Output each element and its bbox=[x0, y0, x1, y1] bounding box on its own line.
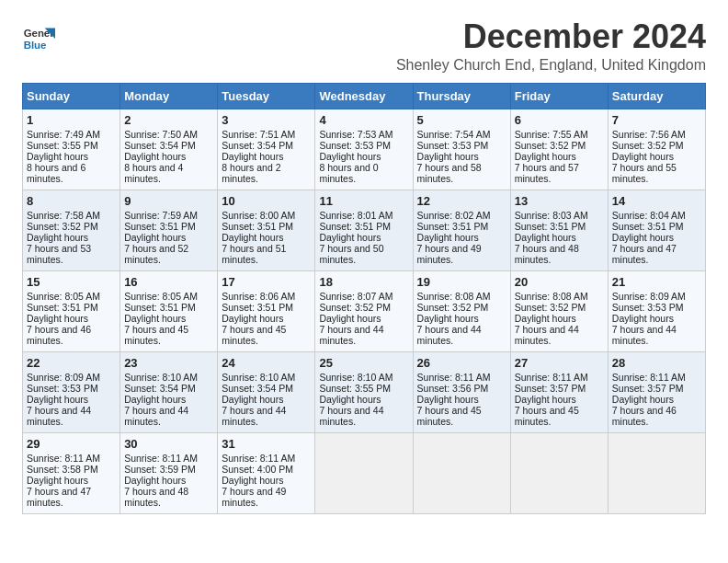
day-cell: 20Sunrise: 8:08 AMSunset: 3:52 PMDayligh… bbox=[510, 270, 608, 351]
day-cell: 13Sunrise: 8:03 AMSunset: 3:51 PMDayligh… bbox=[510, 190, 608, 270]
sunrise: Sunrise: 8:10 AM bbox=[124, 372, 198, 383]
day-number: 11 bbox=[319, 194, 408, 208]
daylight-label: Daylight hours bbox=[124, 475, 186, 486]
week-row-2: 8Sunrise: 7:58 AMSunset: 3:52 PMDaylight… bbox=[23, 190, 706, 270]
daylight-label: Daylight hours bbox=[515, 313, 576, 324]
day-number: 31 bbox=[222, 437, 311, 451]
day-number: 3 bbox=[222, 113, 311, 127]
daylight-label: Daylight hours bbox=[417, 151, 479, 162]
sunset: Sunset: 3:52 PM bbox=[417, 302, 489, 313]
day-cell: 25Sunrise: 8:10 AMSunset: 3:55 PMDayligh… bbox=[315, 351, 413, 432]
daylight-value: 8 hours and 6 minutes. bbox=[27, 162, 85, 184]
daylight-value: 7 hours and 44 minutes. bbox=[612, 324, 677, 346]
sunset: Sunset: 3:52 PM bbox=[515, 140, 586, 151]
day-number: 19 bbox=[417, 275, 506, 289]
sunset: Sunset: 3:57 PM bbox=[612, 383, 684, 394]
day-number: 2 bbox=[124, 113, 213, 127]
sunset: Sunset: 3:51 PM bbox=[417, 221, 489, 232]
sunset: Sunset: 3:51 PM bbox=[222, 221, 293, 232]
day-number: 13 bbox=[515, 194, 604, 208]
daylight-value: 7 hours and 46 minutes. bbox=[27, 324, 91, 346]
col-header-sunday: Sunday bbox=[23, 83, 120, 109]
daylight-value: 7 hours and 47 minutes. bbox=[27, 486, 91, 508]
sunrise: Sunrise: 8:02 AM bbox=[417, 210, 491, 221]
day-number: 25 bbox=[319, 356, 408, 370]
daylight-value: 7 hours and 55 minutes. bbox=[612, 162, 677, 184]
col-header-tuesday: Tuesday bbox=[218, 83, 315, 109]
day-number: 12 bbox=[417, 194, 506, 208]
daylight-value: 7 hours and 45 minutes. bbox=[222, 324, 286, 346]
day-cell: 17Sunrise: 8:06 AMSunset: 3:51 PMDayligh… bbox=[218, 270, 315, 351]
sunset: Sunset: 3:53 PM bbox=[319, 140, 391, 151]
sunset: Sunset: 3:51 PM bbox=[124, 302, 196, 313]
daylight-value: 7 hours and 57 minutes. bbox=[515, 162, 579, 184]
sunrise: Sunrise: 8:06 AM bbox=[222, 291, 295, 302]
daylight-label: Daylight hours bbox=[222, 475, 283, 486]
sunrise: Sunrise: 7:54 AM bbox=[417, 129, 491, 140]
day-cell: 19Sunrise: 8:08 AMSunset: 3:52 PMDayligh… bbox=[413, 270, 510, 351]
day-cell: 23Sunrise: 8:10 AMSunset: 3:54 PMDayligh… bbox=[120, 351, 218, 432]
daylight-label: Daylight hours bbox=[222, 394, 283, 405]
sunrise: Sunrise: 8:00 AM bbox=[222, 210, 295, 221]
day-cell: 29Sunrise: 8:11 AMSunset: 3:58 PMDayligh… bbox=[23, 432, 120, 513]
day-number: 27 bbox=[515, 356, 604, 370]
daylight-label: Daylight hours bbox=[124, 232, 186, 243]
day-number: 17 bbox=[222, 275, 311, 289]
sunset: Sunset: 3:51 PM bbox=[515, 221, 586, 232]
day-number: 24 bbox=[222, 356, 311, 370]
day-number: 18 bbox=[319, 275, 408, 289]
col-header-friday: Friday bbox=[510, 83, 608, 109]
week-row-3: 15Sunrise: 8:05 AMSunset: 3:51 PMDayligh… bbox=[23, 270, 706, 351]
day-cell: 12Sunrise: 8:02 AMSunset: 3:51 PMDayligh… bbox=[413, 190, 510, 270]
daylight-value: 7 hours and 44 minutes. bbox=[124, 405, 188, 427]
sunset: Sunset: 3:51 PM bbox=[222, 302, 293, 313]
sunset: Sunset: 3:52 PM bbox=[612, 140, 684, 151]
day-cell: 27Sunrise: 8:11 AMSunset: 3:57 PMDayligh… bbox=[510, 351, 608, 432]
day-number: 20 bbox=[515, 275, 604, 289]
sunset: Sunset: 3:57 PM bbox=[515, 383, 586, 394]
sunset: Sunset: 3:58 PM bbox=[27, 464, 98, 475]
sunset: Sunset: 3:55 PM bbox=[27, 140, 98, 151]
daylight-label: Daylight hours bbox=[27, 394, 88, 405]
sunrise: Sunrise: 7:49 AM bbox=[27, 129, 100, 140]
calendar-body: 1Sunrise: 7:49 AMSunset: 3:55 PMDaylight… bbox=[23, 109, 706, 513]
day-cell: 31Sunrise: 8:11 AMSunset: 4:00 PMDayligh… bbox=[218, 432, 315, 513]
daylight-value: 7 hours and 49 minutes. bbox=[222, 486, 286, 508]
daylight-label: Daylight hours bbox=[319, 232, 381, 243]
daylight-label: Daylight hours bbox=[222, 232, 283, 243]
sunrise: Sunrise: 8:09 AM bbox=[612, 291, 686, 302]
sunset: Sunset: 3:54 PM bbox=[124, 383, 196, 394]
daylight-label: Daylight hours bbox=[319, 394, 381, 405]
day-cell: 5Sunrise: 7:54 AMSunset: 3:53 PMDaylight… bbox=[413, 109, 510, 190]
daylight-value: 8 hours and 2 minutes. bbox=[222, 162, 280, 184]
day-number: 7 bbox=[612, 113, 701, 127]
daylight-value: 7 hours and 47 minutes. bbox=[612, 243, 677, 265]
day-number: 5 bbox=[417, 113, 506, 127]
daylight-label: Daylight hours bbox=[124, 313, 186, 324]
calendar-table: SundayMondayTuesdayWednesdayThursdayFrid… bbox=[22, 83, 706, 514]
subtitle: Shenley Church End, England, United King… bbox=[396, 57, 706, 74]
day-cell: 1Sunrise: 7:49 AMSunset: 3:55 PMDaylight… bbox=[23, 109, 120, 190]
sunrise: Sunrise: 8:09 AM bbox=[27, 372, 100, 383]
sunset: Sunset: 4:00 PM bbox=[222, 464, 293, 475]
daylight-value: 7 hours and 49 minutes. bbox=[417, 243, 482, 265]
sunset: Sunset: 3:54 PM bbox=[222, 383, 293, 394]
sunrise: Sunrise: 8:10 AM bbox=[222, 372, 295, 383]
sunset: Sunset: 3:59 PM bbox=[124, 464, 196, 475]
sunrise: Sunrise: 8:08 AM bbox=[417, 291, 491, 302]
day-cell: 4Sunrise: 7:53 AMSunset: 3:53 PMDaylight… bbox=[315, 109, 413, 190]
daylight-label: Daylight hours bbox=[222, 151, 283, 162]
day-cell: 6Sunrise: 7:55 AMSunset: 3:52 PMDaylight… bbox=[510, 109, 608, 190]
week-row-5: 29Sunrise: 8:11 AMSunset: 3:58 PMDayligh… bbox=[23, 432, 706, 513]
day-number: 4 bbox=[319, 113, 408, 127]
day-cell: 2Sunrise: 7:50 AMSunset: 3:54 PMDaylight… bbox=[120, 109, 218, 190]
daylight-value: 7 hours and 48 minutes. bbox=[124, 486, 188, 508]
sunrise: Sunrise: 8:11 AM bbox=[27, 453, 100, 464]
day-cell: 8Sunrise: 7:58 AMSunset: 3:52 PMDaylight… bbox=[23, 190, 120, 270]
sunrise: Sunrise: 8:11 AM bbox=[417, 372, 491, 383]
day-cell bbox=[608, 432, 705, 513]
sunrise: Sunrise: 8:05 AM bbox=[27, 291, 100, 302]
day-number: 1 bbox=[27, 113, 116, 127]
day-cell: 15Sunrise: 8:05 AMSunset: 3:51 PMDayligh… bbox=[23, 270, 120, 351]
daylight-label: Daylight hours bbox=[319, 313, 381, 324]
